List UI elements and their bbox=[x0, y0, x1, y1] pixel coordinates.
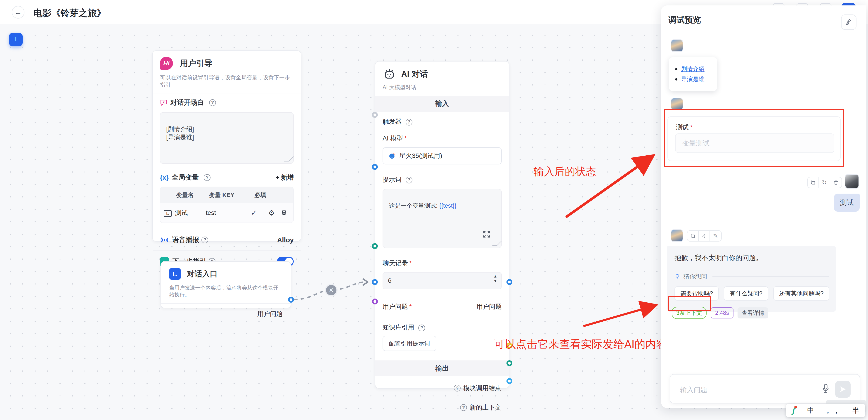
variable-form-label: 测试 bbox=[676, 124, 692, 131]
output-new-context-label: 新的上下文 bbox=[470, 403, 501, 412]
col-variable-key: 变量 KEY bbox=[209, 191, 245, 199]
new-context-output-port[interactable] bbox=[506, 360, 513, 366]
voice-value[interactable]: Alloy bbox=[277, 236, 294, 244]
entry-node[interactable]: I.. 对话入口 当用户发送一个内容后，流程将会从这个模块开始执行。 用户问题 bbox=[160, 261, 291, 308]
model-select[interactable]: 星火35(测试用) bbox=[382, 147, 502, 164]
user-guide-title: 用户引导 bbox=[180, 59, 212, 68]
ime-lang-mode[interactable]: 中 bbox=[807, 406, 814, 415]
ai-node-subtitle: AI 大模型对话 bbox=[382, 84, 502, 91]
copy-icon[interactable] bbox=[687, 231, 699, 241]
help-icon[interactable]: ? bbox=[406, 177, 412, 183]
user-message-bubble: 测试 bbox=[834, 193, 860, 212]
suggestion-pill[interactable]: 有什么疑问? bbox=[724, 286, 768, 301]
flow-canvas[interactable]: ← 电影《铃芽之旅》 + Hi 用户引导 可以在对话前设置引导语，设置全局变量，… bbox=[0, 0, 868, 420]
chat-input-box[interactable]: 输入问题 bbox=[670, 374, 860, 403]
number-stepper[interactable]: ▲▼ bbox=[493, 274, 497, 283]
history-count-input[interactable]: 6 ▲▼ bbox=[382, 272, 502, 289]
entry-output-port[interactable] bbox=[288, 297, 294, 303]
question-output-port[interactable] bbox=[506, 279, 513, 285]
context-count-badge[interactable]: 3条上下文 bbox=[672, 307, 707, 319]
mic-icon[interactable] bbox=[821, 383, 830, 396]
user-guide-subtitle: 可以在对话前设置引导语，设置全局变量，设置下一步指引 bbox=[160, 74, 294, 88]
voice-broadcast-icon bbox=[160, 236, 169, 244]
send-icon bbox=[839, 385, 847, 393]
bullet-icon bbox=[675, 78, 677, 81]
copy-icon[interactable] bbox=[808, 177, 819, 188]
variable-test-input[interactable]: 变量测试 bbox=[675, 133, 834, 153]
question-label: 用户问题 bbox=[382, 302, 412, 311]
guess-label: 猜你想问 bbox=[683, 273, 707, 280]
quick-link-director[interactable]: 导演是谁 bbox=[681, 75, 705, 83]
debug-panel-title: 调试预览 bbox=[668, 14, 701, 26]
speak-icon[interactable] bbox=[699, 231, 710, 241]
spark-model-icon bbox=[389, 152, 396, 159]
ime-width-mode[interactable]: 半 bbox=[852, 406, 859, 415]
opening-textarea[interactable]: [剧情介绍] [导演是谁] bbox=[160, 112, 294, 164]
view-detail-badge[interactable]: 查看详情 bbox=[738, 307, 768, 319]
divider bbox=[712, 276, 829, 277]
voice-label: 语音播报 bbox=[172, 235, 199, 244]
prompt-label: 提示词 bbox=[382, 176, 402, 183]
drag-handle-icon[interactable]: I.. bbox=[164, 210, 172, 217]
variables-label: 全局变量 bbox=[172, 173, 199, 182]
list-item: 导演是谁 bbox=[675, 75, 715, 83]
history-count-value: 6 bbox=[388, 277, 392, 284]
retry-icon[interactable]: ↻ bbox=[819, 177, 830, 188]
history-input-port[interactable] bbox=[372, 243, 378, 249]
list-item: 剧情介绍 bbox=[675, 65, 715, 73]
edit-icon[interactable]: ✎ bbox=[710, 231, 721, 241]
delete-edge-button[interactable]: ✕ bbox=[325, 284, 338, 297]
help-icon[interactable]: ? bbox=[460, 404, 467, 411]
send-button[interactable] bbox=[835, 381, 850, 398]
question-input-port[interactable] bbox=[372, 279, 378, 285]
ime-toolbar[interactable]: ʃ 中 。， 半 bbox=[786, 404, 865, 417]
ime-logo-icon[interactable]: ʃ bbox=[792, 406, 795, 415]
bot-message-actions: ✎ bbox=[687, 230, 722, 242]
robot-icon bbox=[382, 68, 396, 81]
ime-punct-mode[interactable]: 。， bbox=[827, 406, 840, 415]
variable-form-card: 测试 变量测试 bbox=[668, 116, 841, 161]
help-icon[interactable]: ? bbox=[209, 99, 216, 106]
help-icon[interactable]: ? bbox=[454, 385, 461, 391]
help-icon[interactable]: ? bbox=[418, 325, 425, 331]
entry-output-row: 用户问题 bbox=[161, 304, 291, 324]
gear-icon[interactable]: ⚙ bbox=[268, 209, 275, 217]
variable-name-cell: 测试 bbox=[175, 209, 206, 217]
trash-icon[interactable] bbox=[281, 209, 287, 216]
trigger-label: 触发器 bbox=[382, 118, 402, 125]
bulb-icon bbox=[675, 273, 680, 280]
opening-label: 对话开场白 bbox=[170, 98, 204, 107]
knowledge-label: 知识库引用 bbox=[382, 324, 414, 331]
suggestion-pill[interactable]: 还有其他问题吗? bbox=[773, 286, 829, 301]
trash-icon[interactable] bbox=[830, 177, 841, 188]
help-icon[interactable]: ? bbox=[204, 174, 211, 181]
suggestion-pill[interactable]: 需要帮助吗? bbox=[675, 286, 719, 301]
prompt-input-port[interactable] bbox=[372, 164, 378, 170]
ai-reply-output-port[interactable] bbox=[506, 378, 513, 384]
variables-table: 变量名 变量 KEY 必填 I.. 测试 test ✓ ⚙ bbox=[160, 187, 294, 223]
prompt-textarea[interactable]: 这是一个变量测试: {{test}} bbox=[382, 189, 502, 248]
add-node-button[interactable]: + bbox=[9, 33, 23, 47]
resize-handle-icon[interactable] bbox=[284, 156, 294, 161]
col-variable-name: 变量名 bbox=[176, 191, 209, 199]
user-message-actions: ↻ bbox=[807, 177, 842, 188]
ai-chat-node[interactable]: AI 对话 AI 大模型对话 输入 触发器 ? AI 模型 星火35(测试用) … bbox=[375, 61, 509, 389]
back-button[interactable]: ← bbox=[12, 6, 24, 19]
expand-icon[interactable] bbox=[482, 230, 491, 239]
variable-input-placeholder: 变量测试 bbox=[682, 139, 710, 148]
bot-avatar bbox=[671, 229, 683, 242]
bullet-icon bbox=[675, 68, 677, 70]
quick-link-plot[interactable]: 剧情介绍 bbox=[681, 65, 705, 73]
resize-handle-icon[interactable] bbox=[492, 241, 502, 246]
knowledge-input-port[interactable] bbox=[372, 299, 378, 304]
help-icon[interactable]: ? bbox=[202, 237, 208, 243]
configure-reference-prompt-button[interactable]: 配置引用提示词 bbox=[382, 336, 436, 351]
latency-badge[interactable]: 2.48s bbox=[711, 307, 734, 319]
trigger-input-port[interactable] bbox=[372, 112, 378, 118]
variable-key-cell: test bbox=[206, 209, 240, 216]
help-icon[interactable]: ? bbox=[406, 119, 412, 125]
clear-chat-button[interactable] bbox=[841, 14, 857, 30]
bot-avatar bbox=[671, 98, 683, 110]
user-guide-node[interactable]: Hi 用户引导 可以在对话前设置引导语，设置全局变量，设置下一步指引 对话开场白… bbox=[152, 51, 301, 242]
add-variable-button[interactable]: + 新增 bbox=[276, 173, 294, 182]
